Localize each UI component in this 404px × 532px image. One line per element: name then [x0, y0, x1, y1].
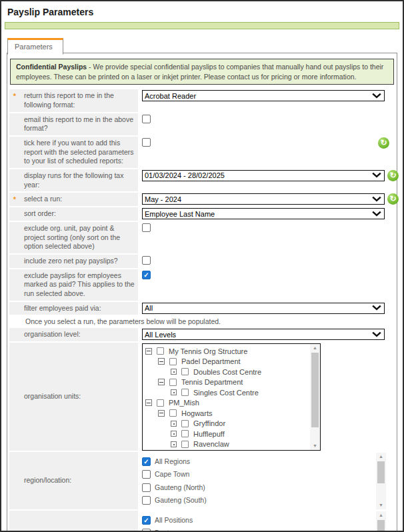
list-item: ✓All Regions — [142, 455, 376, 468]
row-region-location: region/location: ✓All Regions Cape Town … — [9, 452, 395, 509]
region-item-label: Gauteng (South) — [155, 496, 207, 504]
tree-node: Singles Cost Centre — [143, 387, 310, 398]
sort-order-value: Employee Last Name — [145, 210, 372, 218]
region-item-label: Gauteng (North) — [155, 483, 205, 491]
tree-node: Doubles Cost Centre — [143, 367, 310, 377]
org-units-tree: My Tennis Org Structure Padel Department… — [142, 343, 321, 451]
tree-checkbox[interactable] — [181, 441, 189, 448]
tree-collapse-icon[interactable] — [158, 379, 165, 385]
notice-title: Confidential Payslips — [16, 63, 87, 71]
refresh-icon[interactable]: ↻ — [387, 170, 399, 181]
tree-checkbox[interactable] — [181, 389, 189, 396]
chevron-down-icon — [372, 92, 381, 100]
tree-leaf-icon — [171, 369, 177, 375]
row-email-report: email this report to me in the above for… — [9, 113, 395, 135]
sort-order-label: sort order: — [19, 209, 135, 219]
confidential-payslips-notice: Confidential Payslips - We provide speci… — [10, 59, 394, 85]
tree-node-label: Tennis Department — [181, 378, 243, 386]
org-level-value: All Levels — [145, 331, 372, 339]
tree-checkbox[interactable] — [169, 379, 177, 386]
org-level-select[interactable]: All Levels — [142, 329, 385, 340]
scrollbar-thumb[interactable] — [377, 461, 385, 483]
tree-checkbox[interactable] — [169, 409, 177, 417]
chevron-down-icon — [372, 171, 381, 179]
run-note: Once you select a run, the parameters be… — [9, 316, 395, 327]
region-checkbox[interactable] — [142, 470, 151, 479]
tree-checkbox[interactable] — [181, 368, 189, 375]
tree-checkbox[interactable] — [157, 399, 164, 407]
region-label: region/location: — [19, 476, 135, 485]
page-title: Payslip Parameters — [1, 1, 403, 22]
zero-net-checkbox[interactable] — [142, 256, 151, 265]
report-format-select[interactable]: Acrobat Reader — [142, 90, 385, 101]
select-run-select[interactable]: May - 2024 — [142, 193, 385, 205]
paid-via-select[interactable]: All — [142, 303, 385, 314]
tree-node: Hogwarts — [143, 408, 310, 419]
region-item-label: Cape Town — [155, 470, 189, 478]
row-schedule-report: tick here if you want to add this report… — [9, 137, 395, 168]
tree-leaf-icon — [171, 421, 177, 427]
chevron-down-icon — [372, 304, 381, 312]
tree-checkbox[interactable] — [169, 358, 177, 365]
paid-via-label: filter employees paid via: — [19, 304, 135, 313]
scrollbar-thumb[interactable] — [311, 353, 319, 427]
select-run-value: May - 2024 — [145, 195, 372, 203]
refresh-icon[interactable]: ↻ — [378, 137, 389, 149]
region-checkbox[interactable] — [142, 496, 151, 505]
scroll-down-icon[interactable]: ▼ — [379, 503, 383, 508]
schedule-report-checkbox[interactable] — [142, 138, 151, 147]
tree-node: Hufflepuff — [143, 429, 310, 439]
refresh-icon[interactable]: ↻ — [387, 193, 399, 205]
tax-year-value: 01/03/2024 - 28/02/2025 — [145, 171, 372, 179]
exclude-sorting-label: exclude org. unit, pay point & project s… — [19, 224, 135, 251]
tree-scrollbar[interactable]: ▲ ▼ — [310, 344, 320, 450]
header-accent-bar — [5, 22, 399, 29]
tree-leaf-icon — [171, 431, 177, 437]
tree-checkbox[interactable] — [181, 430, 189, 437]
position-scrollbar[interactable]: ▲ ▼ — [376, 511, 386, 532]
tax-year-select[interactable]: 01/03/2024 - 28/02/2025 — [142, 170, 385, 181]
position-item-label: Beater — [155, 529, 175, 532]
tree-collapse-icon[interactable] — [158, 358, 165, 365]
region-item-label: All Regions — [155, 457, 190, 465]
scroll-up-icon[interactable]: ▲ — [379, 454, 383, 459]
tree-leaf-icon — [171, 389, 177, 395]
tree-collapse-icon[interactable] — [158, 410, 165, 417]
email-report-label: email this report to me in the above for… — [19, 115, 135, 133]
sort-order-select[interactable]: Employee Last Name — [142, 208, 385, 219]
list-item: ✓All Positions — [142, 513, 376, 527]
exclude-sorting-checkbox[interactable] — [142, 223, 151, 232]
position-checkbox[interactable]: ✓ — [142, 516, 151, 525]
exclude-paid-checkbox[interactable]: ✓ — [142, 271, 151, 279]
row-paid-via: filter employees paid via: All — [9, 302, 395, 315]
tree-node-label: Doubles Cost Centre — [193, 368, 261, 376]
scroll-up-icon[interactable]: ▲ — [313, 345, 317, 351]
region-checkbox[interactable]: ✓ — [142, 457, 151, 466]
position-checklist: ✓All Positions Beater Bookworm Chaser Ex… — [142, 511, 386, 532]
scrollbar-thumb[interactable] — [377, 520, 385, 532]
email-report-checkbox[interactable] — [142, 115, 151, 123]
tree-node-label: Hogwarts — [181, 409, 212, 417]
scroll-up-icon[interactable]: ▲ — [379, 513, 383, 518]
list-item: Gauteng (South) — [142, 493, 376, 507]
row-zero-net: include zero net pay payslips? — [9, 255, 395, 268]
tree-node: Gryffindor — [143, 418, 310, 429]
position-checkbox[interactable] — [142, 529, 151, 532]
region-checkbox[interactable] — [142, 483, 151, 492]
required-marker: * — [11, 195, 19, 204]
row-tax-year: display runs for the following tax year:… — [9, 169, 395, 191]
tab-parameters[interactable]: Parameters — [7, 38, 63, 55]
tree-checkbox[interactable] — [181, 420, 189, 427]
tree-collapse-icon[interactable] — [145, 399, 152, 406]
list-item: Cape Town — [142, 467, 376, 481]
row-report-format: *return this report to me in the followi… — [9, 89, 395, 111]
scroll-down-icon[interactable]: ▼ — [313, 443, 317, 449]
required-marker: * — [11, 91, 19, 101]
region-checklist: ✓All Regions Cape Town Gauteng (North) G… — [142, 453, 386, 509]
schedule-report-label: tick here if you want to add this report… — [19, 139, 135, 166]
tree-node-label: Hufflepuff — [193, 430, 225, 438]
region-scrollbar[interactable]: ▲ ▼ — [376, 453, 386, 509]
tree-collapse-icon[interactable] — [145, 348, 152, 355]
tree-checkbox[interactable] — [157, 347, 164, 355]
tree-node-label: Ravenclaw — [193, 440, 229, 448]
